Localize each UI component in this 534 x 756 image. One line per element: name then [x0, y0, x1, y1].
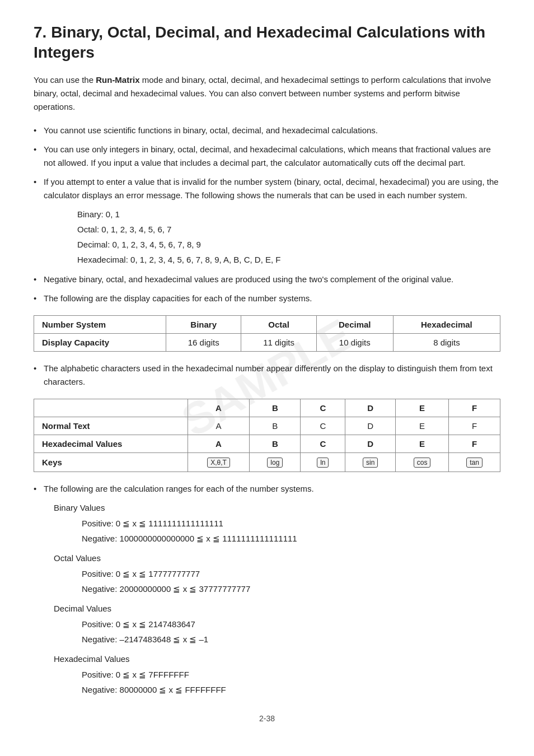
octal-positive: Positive: 0 ≦ x ≦ 17777777777 [82, 566, 500, 581]
hex-note-item: The alphabetic characters used in the he… [34, 362, 500, 389]
key-xthetat-btn: X,θ,T [207, 458, 230, 468]
list-item: You cannot use scientific functions in b… [34, 124, 500, 137]
cell-hex-d: D [345, 435, 396, 452]
list-item: The following are the display capacities… [34, 292, 500, 305]
cell-normal-d: D [345, 417, 396, 435]
keys-row: Keys X,θ,T log ln sin cos tan [34, 452, 500, 472]
cell-key-tan: tan [449, 452, 500, 472]
row-label-hex-values: Hexadecimal Values [34, 435, 188, 452]
bullet-list: You cannot use scientific functions in b… [34, 124, 500, 305]
hex-positive: Positive: 0 ≦ x ≦ 7FFFFFFF [82, 667, 500, 682]
page-title: 7. Binary, Octal, Decimal, and Hexadecim… [34, 22, 500, 63]
ranges-item: The following are the calculation ranges… [34, 482, 500, 697]
hex-negative: Negative: 80000000 ≦ x ≦ FFFFFFFF [82, 682, 500, 697]
hex-col-b: B [250, 399, 301, 417]
binary-positive: Positive: 0 ≦ x ≦ 1111111111111111 [82, 516, 500, 531]
hex-header-row: A B C D E F [34, 399, 500, 417]
cell-normal-b: B [250, 417, 301, 435]
cell-normal-f: F [449, 417, 500, 435]
table-row: Display Capacity 16 digits 11 digits 10 … [34, 333, 500, 351]
list-item: You can use only integers in binary, oct… [34, 143, 500, 170]
hex-values-row: Hexadecimal Values A B C D E F [34, 435, 500, 452]
hex-col-label [34, 399, 188, 417]
cell-key-ln: ln [301, 452, 345, 472]
normal-text-row: Normal Text A B C D E F [34, 417, 500, 435]
bold-run-matrix: Run-Matrix [96, 75, 139, 85]
binary-negative: Negative: 1000000000000000 ≦ x ≦ 1111111… [82, 531, 500, 546]
decimal-negative: Negative: –2147483648 ≦ x ≦ –1 [82, 632, 500, 647]
decimal-positive: Positive: 0 ≦ x ≦ 2147483647 [82, 617, 500, 632]
cell-normal-a: A [188, 417, 250, 435]
octal-numerals: Octal: 0, 1, 2, 3, 4, 5, 6, 7 [77, 222, 500, 237]
cell-binary-digits: 16 digits [166, 333, 241, 351]
cell-normal-e: E [396, 417, 449, 435]
hex-note-bullet: The alphabetic characters used in the he… [34, 362, 500, 389]
key-sin-btn: sin [363, 458, 378, 468]
cell-key-xthetat: X,θ,T [188, 452, 250, 472]
hex-title: Hexadecimal Values [54, 652, 500, 666]
intro-paragraph: You can use the Run-Matrix mode and bina… [34, 73, 500, 114]
cell-hex-c: C [301, 435, 345, 452]
cell-key-log: log [250, 452, 301, 472]
hex-col-c: C [301, 399, 345, 417]
ranges-bullet: The following are the calculation ranges… [34, 482, 500, 697]
capacity-table: Number System Binary Octal Decimal Hexad… [34, 315, 500, 352]
calc-ranges: Binary Values Positive: 0 ≦ x ≦ 11111111… [54, 501, 500, 697]
cell-key-cos: cos [396, 452, 449, 472]
cell-hex-a: A [188, 435, 250, 452]
cell-octal-digits: 11 digits [241, 333, 316, 351]
row-label-keys: Keys [34, 452, 188, 472]
key-tan-btn: tan [466, 458, 483, 468]
cell-hex-f: F [449, 435, 500, 452]
cell-hex-b: B [250, 435, 301, 452]
decimal-numerals: Decimal: 0, 1, 2, 3, 4, 5, 6, 7, 8, 9 [77, 237, 500, 252]
list-item: If you attempt to enter a value that is … [34, 175, 500, 267]
hex-col-d: D [345, 399, 396, 417]
key-log-btn: log [267, 458, 283, 468]
cell-key-sin: sin [345, 452, 396, 472]
cell-hex-e: E [396, 435, 449, 452]
page-number: 2-38 [34, 714, 500, 723]
hex-col-e: E [396, 399, 449, 417]
hex-col-a: A [188, 399, 250, 417]
hex-chars-table: A B C D E F Normal Text A B C D E F Hexa… [34, 399, 500, 472]
list-item: Negative binary, octal, and hexadecimal … [34, 273, 500, 286]
col-header-hex: Hexadecimal [393, 315, 500, 333]
col-header-system: Number System [34, 315, 166, 333]
octal-title: Octal Values [54, 552, 500, 565]
key-ln-btn: ln [317, 458, 329, 468]
col-header-octal: Octal [241, 315, 316, 333]
col-header-decimal: Decimal [316, 315, 393, 333]
hex-col-f: F [449, 399, 500, 417]
row-label-normal: Normal Text [34, 417, 188, 435]
table-header-row: Number System Binary Octal Decimal Hexad… [34, 315, 500, 333]
cell-hex-digits: 8 digits [393, 333, 500, 351]
decimal-title: Decimal Values [54, 602, 500, 615]
hex-numerals: Hexadecimal: 0, 1, 2, 3, 4, 5, 6, 7, 8, … [77, 252, 500, 267]
cell-normal-c: C [301, 417, 345, 435]
cell-display-capacity: Display Capacity [34, 333, 166, 351]
binary-numerals: Binary: 0, 1 [77, 207, 500, 222]
cell-decimal-digits: 10 digits [316, 333, 393, 351]
binary-title: Binary Values [54, 501, 500, 515]
key-cos-btn: cos [414, 458, 431, 468]
octal-negative: Negative: 20000000000 ≦ x ≦ 37777777777 [82, 581, 500, 596]
col-header-binary: Binary [166, 315, 241, 333]
indented-list: Binary: 0, 1 Octal: 0, 1, 2, 3, 4, 5, 6,… [77, 207, 500, 267]
